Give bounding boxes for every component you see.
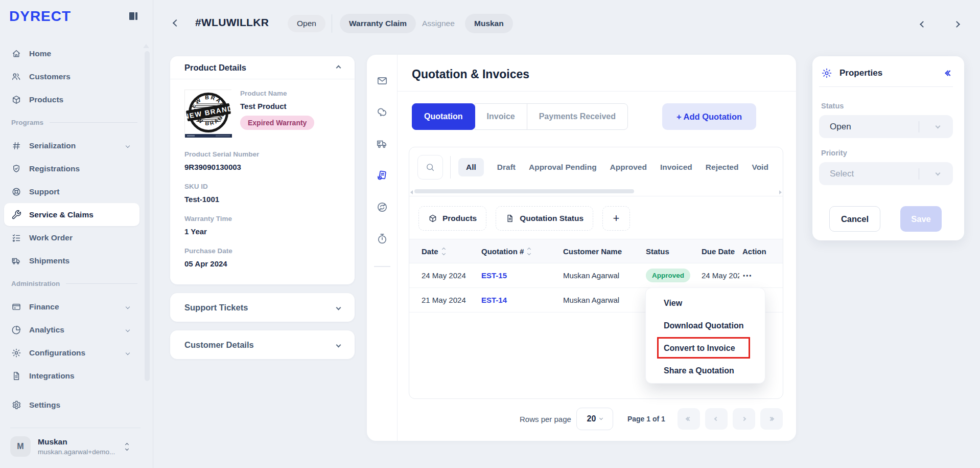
mail-tab-icon[interactable] (376, 75, 388, 87)
column-header: Customer Name (563, 247, 646, 256)
column-header: Due Date (702, 247, 742, 256)
user-email: muskan.agarwal+demo... (38, 448, 115, 456)
truck-icon (11, 256, 21, 266)
menu-item-view[interactable]: View (646, 292, 765, 315)
user-menu[interactable]: M Muskan muskan.agarwal+demo... (10, 434, 143, 459)
row-actions-icon[interactable]: ⋯ (742, 270, 753, 281)
scroll-left-arrow[interactable] (410, 190, 413, 194)
tab-quotation[interactable]: Quotation (412, 103, 475, 130)
filter-all[interactable]: All (458, 158, 484, 176)
filter-void[interactable]: Void (752, 163, 768, 172)
sidebar-item-serialization[interactable]: Serialization (0, 134, 153, 157)
customer-details-header[interactable]: Customer Details (170, 330, 355, 359)
collapse-panel-icon[interactable] (946, 71, 952, 75)
sidebar-scrollbar[interactable] (145, 51, 150, 381)
status-badge: Approved (646, 269, 690, 282)
tab-invoice[interactable]: Invoice (475, 103, 527, 130)
timer-tab-icon[interactable] (376, 233, 388, 245)
divider (397, 55, 398, 441)
sidebar-item-home[interactable]: Home (0, 42, 153, 65)
rows-per-page-value: 20 (587, 414, 596, 424)
cancel-button[interactable]: Cancel (829, 206, 880, 232)
sidebar-item-service-claims[interactable]: Service & Claims (4, 203, 139, 226)
sidebar-collapse-icon[interactable] (129, 12, 138, 20)
rows-per-page-select[interactable]: 20 (576, 408, 613, 430)
support-tickets-header[interactable]: Support Tickets (170, 293, 355, 322)
sidebar-item-label: Work Order (29, 233, 73, 242)
add-quotation-button[interactable]: + Add Quotation (662, 103, 756, 130)
search-button[interactable] (417, 155, 443, 180)
sidebar-item-shipments[interactable]: Shipments (0, 249, 153, 272)
support-tickets-card: Support Tickets (170, 293, 355, 322)
home-icon (11, 49, 21, 59)
hash-icon (11, 141, 21, 151)
sidebar-item-label: Finance (29, 302, 59, 311)
save-button[interactable]: Save (900, 206, 942, 232)
sidebar-item-support[interactable]: Support (0, 180, 153, 203)
sidebar-item-label: Analytics (29, 325, 64, 335)
chevron-down-icon (126, 350, 130, 354)
horizontal-scrollbar[interactable] (414, 189, 634, 193)
menu-item-share-quotation[interactable]: Share a Quotation (646, 360, 765, 382)
menu-item-convert-to-invoice[interactable]: Convert to Invoice (646, 337, 765, 360)
quotation-link[interactable]: EST-15 (481, 271, 507, 280)
sort-carets-icon[interactable] (442, 248, 445, 255)
filter-approved[interactable]: Approved (610, 163, 647, 172)
properties-panel: Properties Status Open Priority Select C… (812, 56, 964, 240)
table-row[interactable]: 24 May 2024 EST-15 Muskan Agarwal Approv… (409, 263, 783, 288)
priority-dropdown[interactable]: Select (819, 162, 953, 185)
chevron-down-icon (126, 143, 130, 147)
next-page-button[interactable] (733, 408, 755, 430)
serial-label: Product Serial Number (184, 150, 340, 158)
prev-page-button[interactable] (705, 408, 728, 430)
sidebar-item-integrations[interactable]: Integrations (0, 364, 153, 387)
sidebar-item-finance[interactable]: Finance (0, 295, 153, 318)
sidebar-item-analytics[interactable]: Analytics (0, 318, 153, 341)
last-page-button[interactable] (760, 408, 783, 430)
priority-label: Priority (821, 149, 847, 157)
scroll-right-arrow[interactable] (779, 190, 782, 194)
scrollbar-up-arrow[interactable] (143, 44, 149, 48)
back-chevron-icon[interactable] (174, 18, 179, 28)
sync-tab-icon[interactable] (376, 201, 388, 213)
assignee-badge[interactable]: Muskan (465, 14, 513, 33)
chevron-down-icon (336, 342, 341, 347)
sidebar-item-label: Products (29, 95, 63, 104)
product-name-value: Test Product (240, 102, 314, 110)
sidebar-item-configurations[interactable]: Configurations (0, 341, 153, 364)
status-dropdown[interactable]: Open (819, 115, 953, 138)
products-filter-chip[interactable]: Products (418, 206, 486, 231)
chat-tab-icon[interactable] (376, 106, 388, 119)
next-record-chevron-icon[interactable] (954, 19, 959, 29)
product-details-header[interactable]: Product Details (170, 56, 355, 79)
prev-record-chevron-icon[interactable] (921, 19, 925, 29)
filter-approval-pending[interactable]: Approval Pending (529, 163, 597, 172)
sidebar-item-customers[interactable]: Customers (0, 65, 153, 88)
quotation-link[interactable]: EST-14 (481, 296, 507, 304)
divider (398, 91, 796, 92)
select-chevrons-icon (126, 443, 128, 450)
sidebar-item-registrations[interactable]: Registrations (0, 157, 153, 180)
invoice-tab-icon[interactable] (376, 169, 388, 182)
status-label: Status (821, 102, 844, 110)
quotation-status-filter-chip[interactable]: Quotation Status (496, 206, 593, 231)
sidebar-item-settings[interactable]: Settings (0, 393, 153, 416)
tab-payments-received[interactable]: Payments Received (527, 103, 628, 130)
sku-value: Test-1001 (184, 195, 340, 204)
brand-logo: DYRECT (9, 8, 71, 25)
chevron-down-icon (126, 304, 130, 308)
filter-draft[interactable]: Draft (497, 163, 516, 172)
card-title: Product Details (184, 63, 246, 73)
sidebar-item-label: Support (29, 187, 59, 196)
sidebar-item-work-order[interactable]: Work Order (0, 226, 153, 249)
sku-label: SKU ID (184, 183, 340, 190)
sidebar-item-products[interactable]: Products (0, 88, 153, 111)
first-page-button[interactable] (678, 408, 700, 430)
menu-item-download-quotation[interactable]: Download Quotation (646, 315, 765, 337)
filter-invoiced[interactable]: Invoiced (660, 163, 692, 172)
sort-carets-icon[interactable] (528, 248, 530, 255)
filter-rejected[interactable]: Rejected (706, 163, 739, 172)
shipment-tab-icon[interactable] (376, 138, 388, 150)
add-filter-chip[interactable]: + (602, 206, 630, 231)
chip-label: Products (442, 214, 477, 223)
